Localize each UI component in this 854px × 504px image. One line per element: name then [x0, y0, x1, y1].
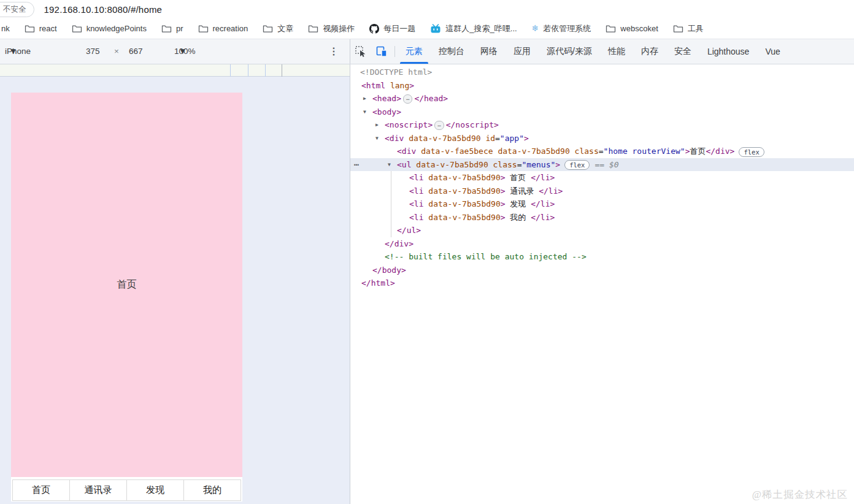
bottom-nav: 首页通讯录发现我的: [12, 479, 241, 501]
flex-badge[interactable]: flex: [739, 147, 764, 157]
dom-segment: <body>: [372, 107, 401, 116]
bookmark-item[interactable]: recreation: [198, 24, 248, 33]
expand-arrow-icon[interactable]: ▶: [375, 118, 379, 132]
viewport-height-field[interactable]: 667: [129, 39, 143, 64]
bookmark-label: 视频操作: [323, 23, 355, 34]
collapse-arrow-icon[interactable]: ▼: [388, 158, 391, 172]
folder-icon: [198, 24, 209, 33]
dom-segment: <!DOCTYPE html>: [360, 67, 432, 77]
bookmark-label: pr: [176, 24, 183, 33]
devtools-tab-Vue[interactable]: Vue: [757, 39, 788, 64]
dom-row[interactable]: </ul>: [350, 224, 854, 237]
dom-segment: <ul: [397, 160, 416, 169]
security-badge[interactable]: 不安全: [0, 2, 34, 17]
bookmark-item[interactable]: 這群人_搜索_哔哩...: [430, 23, 517, 34]
dom-segment: <li: [409, 199, 428, 208]
folder-icon: [673, 24, 683, 33]
viewport-width-field[interactable]: 375: [86, 39, 100, 64]
bookmark-item[interactable]: nk: [1, 24, 10, 33]
dropdown-caret-icon: ▼: [179, 39, 187, 64]
flex-badge[interactable]: flex: [564, 160, 590, 170]
dom-segment: =: [599, 147, 604, 156]
media-query-ruler[interactable]: [0, 64, 350, 77]
bookmark-item[interactable]: ❄若依管理系统: [532, 23, 591, 34]
dom-row[interactable]: ▼<div data-v-7ba5bd90 id="app">: [350, 132, 854, 145]
bookmark-item[interactable]: 工具: [673, 23, 704, 34]
devtools-tab-控制台[interactable]: 控制台: [431, 39, 472, 64]
bookmark-item[interactable]: 视频操作: [308, 23, 355, 34]
devtools-tab-Lighthouse[interactable]: Lighthouse: [699, 39, 758, 64]
bookmark-item[interactable]: react: [25, 24, 57, 33]
bookmark-item[interactable]: webscoket: [606, 24, 658, 33]
dom-segment: >: [501, 199, 506, 208]
address-bar[interactable]: 不安全 192.168.10.10:8080/#/home: [0, 0, 854, 18]
dom-segment: <li: [409, 173, 428, 182]
bookmark-label: webscoket: [620, 24, 658, 33]
devtools-tab-安全[interactable]: 安全: [666, 39, 699, 64]
nav-item-首页[interactable]: 首页: [13, 480, 69, 500]
dom-row[interactable]: <html lang>: [350, 79, 854, 93]
dom-segment: </div>: [706, 147, 734, 156]
dom-row-selected[interactable]: ⋯▼<ul data-v-7ba5bd90 class="menus">flex…: [350, 158, 854, 172]
devtools-tab-网络[interactable]: 网络: [472, 39, 506, 64]
dom-row[interactable]: <!-- built files will be auto injected -…: [350, 250, 854, 264]
dom-segment: <li: [409, 186, 428, 196]
dom-segment: class: [575, 147, 599, 156]
nav-item-我的[interactable]: 我的: [183, 480, 240, 500]
more-actions-icon[interactable]: ⋯: [354, 158, 360, 172]
bookmark-item[interactable]: 文章: [263, 23, 293, 34]
dom-segment: id: [485, 134, 495, 143]
devtools-tab-性能[interactable]: 性能: [600, 39, 633, 64]
bookmark-item[interactable]: 每日一题: [369, 23, 415, 34]
inspect-element-icon[interactable]: [350, 39, 371, 64]
dom-segment: 发现: [506, 199, 531, 208]
dom-segment: == $0: [594, 160, 618, 169]
kebab-menu-icon[interactable]: ⋮: [329, 39, 339, 64]
home-page-title: 首页: [117, 278, 137, 291]
collapse-arrow-icon[interactable]: ▼: [363, 105, 366, 119]
dom-row[interactable]: ▶<head>…</head>: [350, 92, 854, 105]
nav-item-发现[interactable]: 发现: [126, 480, 183, 500]
expand-arrow-icon[interactable]: ▶: [363, 92, 366, 105]
dom-segment: [488, 160, 493, 169]
bookmark-item[interactable]: knowledgePoints: [72, 24, 147, 33]
devtools-tab-元素[interactable]: 元素: [398, 39, 431, 64]
dom-segment: <li: [409, 213, 428, 222]
folder-icon: [606, 24, 616, 33]
dom-row[interactable]: <!DOCTYPE html>: [350, 66, 854, 79]
dom-segment: >: [555, 160, 560, 169]
dom-segment: </li>: [531, 173, 555, 182]
home-page: 首页: [11, 93, 242, 477]
dom-row[interactable]: </body>: [350, 264, 854, 277]
dom-row[interactable]: </div>: [350, 237, 854, 251]
github-icon: [369, 24, 379, 34]
folder-icon: [72, 24, 82, 33]
devtools-tab-内存[interactable]: 内存: [633, 39, 666, 64]
dom-row[interactable]: ▶<noscript>…</noscript>: [350, 118, 854, 132]
dom-row[interactable]: <li data-v-7ba5bd90> 我的 </li>: [350, 211, 854, 224]
collapse-arrow-icon[interactable]: ▼: [375, 132, 379, 145]
dom-segment: data-v-7ba5bd90: [428, 173, 500, 182]
device-toolbar-toggle-icon[interactable]: [371, 39, 392, 64]
dom-row[interactable]: <li data-v-7ba5bd90> 通讯录 </li>: [350, 185, 854, 198]
dom-row[interactable]: <li data-v-7ba5bd90> 首页 </li>: [350, 171, 854, 185]
devtools-tab-源代码/来源[interactable]: 源代码/来源: [539, 39, 600, 64]
dom-row[interactable]: </html>: [350, 277, 854, 290]
dom-row[interactable]: <li data-v-7ba5bd90> 发现 </li>: [350, 197, 854, 211]
devtools-tab-应用[interactable]: 应用: [506, 39, 539, 64]
dom-row[interactable]: ▼<body>: [350, 105, 854, 119]
dom-segment: data-v-7ba5bd90: [409, 134, 480, 143]
dom-segment: </noscript>: [446, 120, 499, 129]
expand-children-button[interactable]: …: [434, 121, 444, 130]
url-text[interactable]: 192.168.10.10:8080/#/home: [44, 4, 163, 15]
dom-segment: data-v-7ba5bd90: [498, 147, 569, 156]
bookmark-item[interactable]: pr: [161, 24, 183, 33]
ruler-line: [265, 64, 266, 77]
expand-children-button[interactable]: …: [403, 94, 412, 104]
folder-icon: [308, 24, 318, 33]
ruoyi-icon: ❄: [532, 23, 539, 33]
dom-segment: >: [501, 186, 506, 196]
dom-row[interactable]: <div data-v-fae5bece data-v-7ba5bd90 cla…: [350, 145, 854, 158]
dom-segment: 通讯录: [506, 186, 539, 196]
nav-item-通讯录[interactable]: 通讯录: [69, 480, 126, 500]
